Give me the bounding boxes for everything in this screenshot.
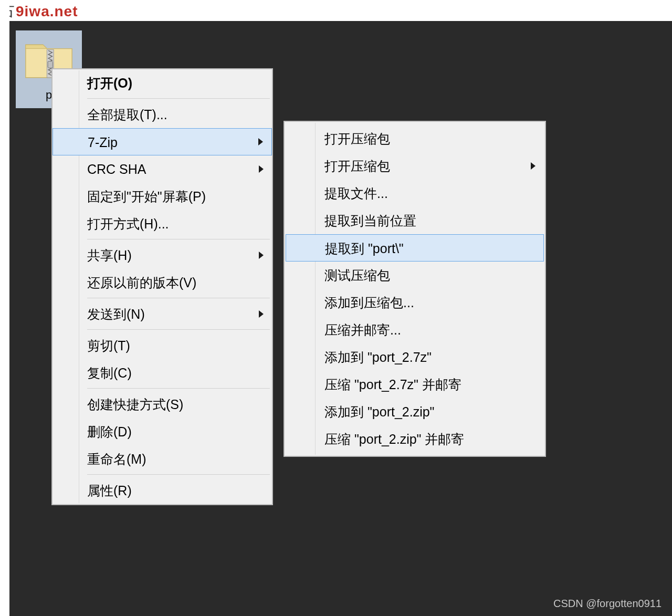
menu-item-label: 发送到(N) bbox=[87, 307, 145, 321]
menu-separator bbox=[87, 329, 270, 330]
menu-item-label: 打开压缩包 bbox=[324, 131, 390, 146]
watermark-bottom: CSDN @forgotten0911 bbox=[553, 598, 662, 610]
menu-separator bbox=[87, 98, 270, 99]
menu-separator bbox=[87, 298, 270, 299]
menu-item-label: 属性(R) bbox=[87, 483, 132, 498]
menu-item-label: CRC SHA bbox=[87, 162, 146, 176]
menu-item-label: 复制(C) bbox=[87, 366, 132, 380]
svg-rect-1 bbox=[48, 61, 52, 68]
submenu-item-add-to-archive[interactable]: 添加到压缩包... bbox=[316, 289, 544, 316]
menu-item-copy[interactable]: 复制(C) bbox=[79, 359, 272, 387]
menu-item-label: 压缩 "port_2.zip" 并邮寄 bbox=[324, 432, 464, 446]
menu-item-label: 添加到 "port_2.7z" bbox=[324, 350, 432, 364]
menu-item-label: 7-Zip bbox=[88, 135, 118, 150]
menu-item-label: 创建快捷方式(S) bbox=[87, 397, 183, 412]
menu-item-label: 提取文件... bbox=[324, 186, 388, 201]
menu-item-extract-all[interactable]: 全部提取(T)... bbox=[79, 101, 272, 128]
menu-separator bbox=[87, 239, 270, 240]
menu-item-label: 打开方式(H)... bbox=[87, 216, 169, 231]
menu-item-send-to[interactable]: 发送到(N) bbox=[79, 300, 272, 328]
submenu-arrow-icon bbox=[259, 252, 264, 259]
menu-item-label: 全部提取(T)... bbox=[87, 107, 167, 122]
menu-item-label: 删除(D) bbox=[87, 424, 132, 439]
menu-item-delete[interactable]: 删除(D) bbox=[79, 418, 272, 445]
menu-item-label: 压缩 "port_2.7z" 并邮寄 bbox=[324, 377, 461, 392]
menu-item-label: 打开压缩包 bbox=[324, 159, 390, 173]
menu-item-label: 重命名(M) bbox=[87, 452, 146, 466]
submenu-item-compress-zip-email[interactable]: 压缩 "port_2.zip" 并邮寄 bbox=[316, 425, 544, 453]
menu-item-open-with[interactable]: 打开方式(H)... bbox=[79, 210, 272, 237]
menu-item-crc-sha[interactable]: CRC SHA bbox=[79, 155, 272, 183]
submenu-arrow-icon bbox=[531, 162, 536, 170]
menu-separator bbox=[87, 474, 270, 475]
watermark-top: 9iwa.net bbox=[16, 3, 78, 20]
menu-item-create-shortcut[interactable]: 创建快捷方式(S) bbox=[79, 391, 272, 418]
menu-item-share[interactable]: 共享(H) bbox=[79, 242, 272, 269]
top-white-bar bbox=[0, 0, 672, 21]
submenu-item-add-to-zip[interactable]: 添加到 "port_2.zip" bbox=[316, 398, 544, 425]
menu-separator bbox=[87, 388, 270, 389]
menu-gutter bbox=[286, 123, 316, 455]
submenu-item-open-archive[interactable]: 打开压缩包 bbox=[316, 125, 544, 152]
menu-item-rename[interactable]: 重命名(M) bbox=[79, 445, 272, 473]
submenu-item-add-to-7z[interactable]: 添加到 "port_2.7z" bbox=[316, 343, 544, 371]
submenu-item-open-archive-more[interactable]: 打开压缩包 bbox=[316, 152, 544, 180]
menu-item-open[interactable]: 打开(O) bbox=[79, 69, 272, 97]
menu-item-label: 添加到 "port_2.zip" bbox=[324, 404, 435, 419]
menu-item-properties[interactable]: 属性(R) bbox=[79, 477, 272, 504]
menu-item-label: 测试压缩包 bbox=[324, 268, 390, 283]
context-menu-7zip[interactable]: 打开压缩包 打开压缩包 提取文件... 提取到当前位置 提取到 "port\" … bbox=[284, 121, 546, 457]
menu-item-label: 打开(O) bbox=[87, 76, 132, 90]
submenu-item-extract-files[interactable]: 提取文件... bbox=[316, 180, 544, 207]
menu-item-label: 共享(H) bbox=[87, 248, 132, 263]
menu-item-label: 固定到"开始"屏幕(P) bbox=[87, 189, 206, 204]
submenu-arrow-icon bbox=[258, 138, 263, 145]
menu-item-label: 压缩并邮寄... bbox=[324, 322, 401, 337]
submenu-arrow-icon bbox=[259, 165, 264, 173]
menu-item-label: 提取到 "port\" bbox=[325, 241, 404, 256]
menu-item-7zip[interactable]: 7-Zip bbox=[52, 128, 272, 155]
menu-item-label: 剪切(T) bbox=[87, 338, 130, 353]
submenu-item-compress-7z-email[interactable]: 压缩 "port_2.7z" 并邮寄 bbox=[316, 371, 544, 398]
menu-item-label: 提取到当前位置 bbox=[324, 213, 416, 228]
context-menu-main[interactable]: 打开(O) 全部提取(T)... 7-Zip CRC SHA 固定到"开始"屏幕… bbox=[51, 68, 273, 505]
submenu-item-extract-to-folder[interactable]: 提取到 "port\" bbox=[286, 234, 544, 262]
submenu-item-extract-here[interactable]: 提取到当前位置 bbox=[316, 207, 544, 234]
menu-item-restore-previous[interactable]: 还原以前的版本(V) bbox=[79, 269, 272, 296]
menu-item-cut[interactable]: 剪切(T) bbox=[79, 332, 272, 359]
menu-item-label: 添加到压缩包... bbox=[324, 295, 414, 310]
submenu-arrow-icon bbox=[259, 310, 264, 318]
submenu-item-test-archive[interactable]: 测试压缩包 bbox=[316, 262, 544, 289]
menu-item-pin-start[interactable]: 固定到"开始"屏幕(P) bbox=[79, 183, 272, 210]
desktop-left-strip bbox=[0, 0, 9, 616]
submenu-item-compress-email[interactable]: 压缩并邮寄... bbox=[316, 316, 544, 343]
menu-item-label: 还原以前的版本(V) bbox=[87, 275, 196, 290]
